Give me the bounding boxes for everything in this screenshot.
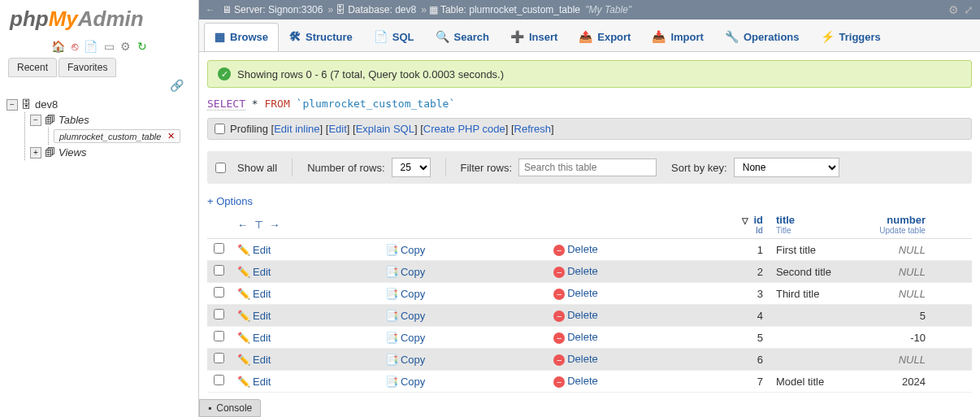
cell-id[interactable]: 1 (729, 239, 770, 261)
move-left-icon[interactable]: ← (237, 219, 248, 231)
tab-insert[interactable]: ➕Insert (500, 23, 568, 51)
cell-title[interactable] (770, 349, 859, 371)
cell-number[interactable]: 2024 (859, 371, 932, 393)
edit-action[interactable]: ✏️Edit (231, 327, 379, 349)
delete-action[interactable]: –Delete (547, 283, 729, 305)
row-checkbox[interactable] (214, 375, 224, 385)
tab-structure[interactable]: 🛠Structure (279, 23, 363, 51)
refresh-link[interactable]: Refresh (514, 123, 552, 135)
cell-id[interactable]: 5 (729, 327, 770, 349)
tab-import[interactable]: 📥Import (641, 23, 713, 51)
create-php-link[interactable]: Create PHP code (423, 123, 505, 135)
delete-action[interactable]: –Delete (547, 261, 729, 283)
tab-operations[interactable]: 🔧Operations (714, 23, 810, 51)
gear-icon[interactable]: ⚙ (948, 3, 959, 16)
delete-action[interactable]: –Delete (547, 371, 729, 393)
delete-action[interactable]: –Delete (547, 327, 729, 349)
tree-toggle[interactable]: − (7, 99, 18, 111)
tree-toggle[interactable]: − (30, 115, 41, 126)
home-icon[interactable]: 🏠 (51, 40, 65, 53)
tab-favorites[interactable]: Favorites (59, 58, 116, 77)
console-toggle[interactable]: ▪ Console (199, 399, 261, 417)
cell-number[interactable]: 5 (859, 305, 932, 327)
logout-icon[interactable]: ⎋ (72, 40, 78, 53)
tree-toggle[interactable]: + (30, 147, 41, 159)
copy-action[interactable]: 📑Copy (379, 261, 547, 283)
tab-export[interactable]: 📤Export (568, 23, 641, 51)
filter-input[interactable] (518, 159, 657, 176)
copy-action[interactable]: 📑Copy (379, 371, 547, 393)
sql-icon[interactable]: ▭ (104, 40, 115, 53)
cell-number[interactable]: -10 (859, 327, 932, 349)
edit-action[interactable]: ✏️Edit (231, 261, 379, 283)
tab-triggers[interactable]: ⚡Triggers (810, 23, 891, 51)
collapse-icon[interactable]: ← (206, 4, 215, 15)
profiling-checkbox[interactable] (215, 124, 225, 134)
cell-id[interactable]: 3 (729, 283, 770, 305)
row-checkbox[interactable] (214, 331, 224, 341)
copy-action[interactable]: 📑Copy (379, 283, 547, 305)
cell-id[interactable]: 6 (729, 349, 770, 371)
show-all-checkbox[interactable] (215, 163, 226, 173)
edit-action[interactable]: ✏️Edit (231, 283, 379, 305)
delete-action[interactable]: –Delete (547, 305, 729, 327)
cell-number[interactable]: NULL (859, 239, 932, 261)
move-right-icon[interactable]: → (269, 219, 280, 231)
tab-sql[interactable]: 📄SQL (363, 23, 425, 51)
cell-title[interactable]: Model title (770, 371, 859, 393)
close-icon[interactable]: ✕ (167, 131, 175, 141)
edit-action[interactable]: ✏️Edit (231, 239, 379, 261)
row-checkbox[interactable] (214, 265, 224, 276)
tab-browse[interactable]: ▦Browse (204, 23, 279, 51)
delete-action[interactable]: –Delete (547, 349, 729, 371)
fit-icon[interactable]: ⊤ (254, 219, 263, 231)
logo[interactable]: phpMyAdmin (0, 0, 198, 38)
link-icon[interactable]: 🔗 (0, 77, 198, 93)
col-number[interactable]: numberUpdate table (859, 211, 932, 239)
crumb-table[interactable]: plumrocket_custom_table (469, 4, 580, 15)
show-all-label[interactable]: Show all (215, 162, 277, 174)
tables-label[interactable]: Tables (59, 114, 89, 126)
views-label[interactable]: Views (59, 146, 86, 159)
db-name[interactable]: dev8 (35, 98, 58, 111)
cell-number[interactable]: NULL (859, 349, 932, 371)
row-checkbox[interactable] (214, 287, 224, 298)
table-chip[interactable]: plumrocket_custom_table ✕ (54, 129, 180, 143)
copy-action[interactable]: 📑Copy (379, 305, 547, 327)
edit-link[interactable]: Edit (328, 123, 346, 135)
cell-title[interactable]: Third title (770, 283, 859, 305)
reload-icon[interactable]: ↻ (137, 40, 147, 53)
crumb-db[interactable]: dev8 (395, 4, 416, 15)
options-link[interactable]: + Options (207, 195, 972, 207)
delete-action[interactable]: –Delete (547, 239, 729, 261)
settings-icon[interactable]: ⚙ (120, 40, 131, 53)
col-title[interactable]: titleTitle (770, 211, 859, 239)
cell-number[interactable]: NULL (859, 261, 932, 283)
cell-title[interactable] (770, 305, 859, 327)
row-checkbox[interactable] (214, 309, 224, 319)
edit-action[interactable]: ✏️Edit (231, 305, 379, 327)
copy-action[interactable]: 📑Copy (379, 239, 547, 261)
row-checkbox[interactable] (214, 353, 224, 363)
explain-link[interactable]: Explain SQL (356, 123, 414, 135)
expand-icon[interactable]: ⤢ (964, 3, 973, 16)
docs-icon[interactable]: 📄 (84, 40, 98, 53)
col-id[interactable]: ▽ idId (729, 211, 770, 239)
sort-key-select[interactable]: None (734, 158, 839, 177)
edit-inline-link[interactable]: Edit inline (274, 123, 319, 135)
cell-title[interactable] (770, 327, 859, 349)
tab-search[interactable]: 🔍Search (425, 23, 500, 51)
copy-action[interactable]: 📑Copy (379, 349, 547, 371)
cell-id[interactable]: 2 (729, 261, 770, 283)
row-checkbox[interactable] (214, 243, 224, 254)
cell-id[interactable]: 7 (729, 371, 770, 393)
crumb-server[interactable]: Signon:3306 (268, 4, 323, 15)
cell-id[interactable]: 4 (729, 305, 770, 327)
edit-action[interactable]: ✏️Edit (231, 371, 379, 393)
cell-title[interactable]: Second title (770, 261, 859, 283)
cell-number[interactable]: NULL (859, 283, 932, 305)
tab-recent[interactable]: Recent (8, 58, 57, 77)
edit-action[interactable]: ✏️Edit (231, 349, 379, 371)
cell-title[interactable]: First title (770, 239, 859, 261)
copy-action[interactable]: 📑Copy (379, 327, 547, 349)
